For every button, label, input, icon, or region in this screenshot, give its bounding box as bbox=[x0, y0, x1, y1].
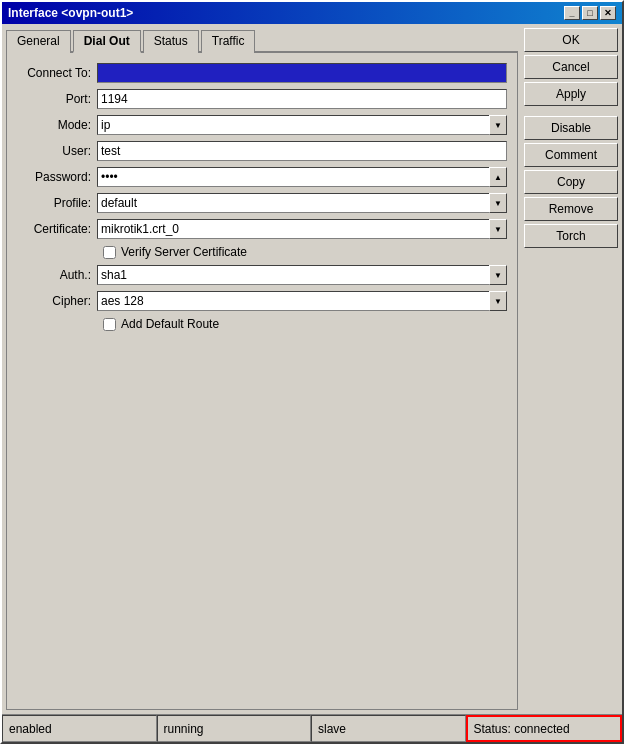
cancel-button[interactable]: Cancel bbox=[524, 55, 618, 79]
auth-input[interactable] bbox=[97, 265, 489, 285]
certificate-dropdown: ▼ bbox=[97, 219, 507, 239]
profile-label: Profile: bbox=[17, 196, 97, 210]
password-label: Password: bbox=[17, 170, 97, 184]
port-input[interactable] bbox=[97, 89, 507, 109]
tab-bar: General Dial Out Status Traffic bbox=[6, 28, 518, 53]
add-route-label: Add Default Route bbox=[121, 317, 219, 331]
mode-label: Mode: bbox=[17, 118, 97, 132]
user-input[interactable] bbox=[97, 141, 507, 161]
mode-input[interactable] bbox=[97, 115, 489, 135]
certificate-row: Certificate: ▼ bbox=[17, 219, 507, 239]
certificate-label: Certificate: bbox=[17, 222, 97, 236]
torch-button[interactable]: Torch bbox=[524, 224, 618, 248]
title-bar: Interface <ovpn-out1> _ □ ✕ bbox=[2, 2, 622, 24]
status-slave: slave bbox=[311, 715, 466, 742]
cipher-row: Cipher: ▼ bbox=[17, 291, 507, 311]
connect-to-label: Connect To: bbox=[17, 66, 97, 80]
cipher-input[interactable] bbox=[97, 291, 489, 311]
tab-traffic[interactable]: Traffic bbox=[201, 30, 256, 53]
form-panel: Connect To: Port: Mode: ▼ bbox=[6, 53, 518, 710]
tab-status[interactable]: Status bbox=[143, 30, 199, 53]
status-running: running bbox=[157, 715, 312, 742]
cipher-arrow-icon[interactable]: ▼ bbox=[489, 291, 507, 311]
cipher-dropdown: ▼ bbox=[97, 291, 507, 311]
profile-dropdown: ▼ bbox=[97, 193, 507, 213]
disable-button[interactable]: Disable bbox=[524, 116, 618, 140]
auth-arrow-icon[interactable]: ▼ bbox=[489, 265, 507, 285]
add-route-row: Add Default Route bbox=[103, 317, 507, 331]
status-connected: Status: connected bbox=[466, 715, 623, 742]
add-route-checkbox[interactable] bbox=[103, 318, 116, 331]
main-window: Interface <ovpn-out1> _ □ ✕ General Dial… bbox=[0, 0, 624, 744]
port-label: Port: bbox=[17, 92, 97, 106]
auth-row: Auth.: ▼ bbox=[17, 265, 507, 285]
tab-general[interactable]: General bbox=[6, 30, 71, 53]
auth-dropdown: ▼ bbox=[97, 265, 507, 285]
close-button[interactable]: ✕ bbox=[600, 6, 616, 20]
main-content: General Dial Out Status Traffic Connect … bbox=[2, 24, 622, 714]
window-title: Interface <ovpn-out1> bbox=[8, 6, 133, 20]
status-bar: enabled running slave Status: connected bbox=[2, 714, 622, 742]
mode-arrow-icon[interactable]: ▼ bbox=[489, 115, 507, 135]
status-enabled: enabled bbox=[2, 715, 157, 742]
password-arrow-icon[interactable]: ▲ bbox=[489, 167, 507, 187]
certificate-arrow-icon[interactable]: ▼ bbox=[489, 219, 507, 239]
certificate-input[interactable] bbox=[97, 219, 489, 239]
mode-dropdown: ▼ bbox=[97, 115, 507, 135]
password-input[interactable] bbox=[97, 167, 489, 187]
maximize-button[interactable]: □ bbox=[582, 6, 598, 20]
verify-label: Verify Server Certificate bbox=[121, 245, 247, 259]
profile-row: Profile: ▼ bbox=[17, 193, 507, 213]
connect-to-row: Connect To: bbox=[17, 63, 507, 83]
right-panel: OK Cancel Apply Disable Comment Copy Rem… bbox=[522, 24, 622, 714]
title-bar-buttons: _ □ ✕ bbox=[564, 6, 616, 20]
password-row: Password: ▲ bbox=[17, 167, 507, 187]
port-row: Port: bbox=[17, 89, 507, 109]
profile-arrow-icon[interactable]: ▼ bbox=[489, 193, 507, 213]
apply-button[interactable]: Apply bbox=[524, 82, 618, 106]
password-field-wrapper: ▲ bbox=[97, 167, 507, 187]
user-label: User: bbox=[17, 144, 97, 158]
verify-checkbox[interactable] bbox=[103, 246, 116, 259]
cipher-label: Cipher: bbox=[17, 294, 97, 308]
tab-dial-out[interactable]: Dial Out bbox=[73, 30, 141, 53]
left-panel: General Dial Out Status Traffic Connect … bbox=[2, 24, 522, 714]
remove-button[interactable]: Remove bbox=[524, 197, 618, 221]
mode-row: Mode: ▼ bbox=[17, 115, 507, 135]
profile-input[interactable] bbox=[97, 193, 489, 213]
verify-row: Verify Server Certificate bbox=[103, 245, 507, 259]
connect-to-input[interactable] bbox=[97, 63, 507, 83]
ok-button[interactable]: OK bbox=[524, 28, 618, 52]
copy-button[interactable]: Copy bbox=[524, 170, 618, 194]
comment-button[interactable]: Comment bbox=[524, 143, 618, 167]
auth-label: Auth.: bbox=[17, 268, 97, 282]
user-row: User: bbox=[17, 141, 507, 161]
minimize-button[interactable]: _ bbox=[564, 6, 580, 20]
